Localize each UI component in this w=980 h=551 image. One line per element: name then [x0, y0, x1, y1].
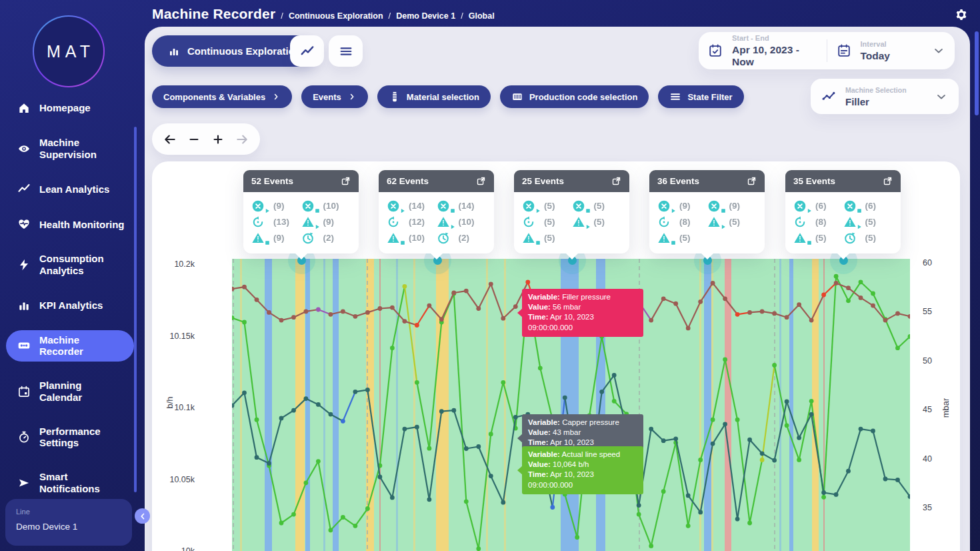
main-panel: Continuous Exploration Start - End Apr 1…	[145, 27, 970, 551]
components-variables-label: Components & Variables	[163, 92, 265, 102]
right-axis-tick: 35	[923, 503, 949, 512]
event-type-count: (10)	[301, 199, 351, 213]
event-popover-body: (14) (14) (12) (10) (10) (2)	[379, 192, 494, 253]
sidebar-item-smart-notifications[interactable]: Smart Notifications	[0, 467, 145, 498]
event-type-count: (9)	[707, 199, 757, 213]
event-type-count: (8)	[793, 215, 843, 229]
interval-label: Interval	[861, 40, 891, 48]
trend-view-button[interactable]	[290, 35, 324, 67]
warning-event-icon	[793, 231, 807, 245]
settings-gear-icon[interactable]	[955, 8, 968, 21]
error-event-icon	[251, 199, 265, 213]
sidebar-item-machine-supervision[interactable]: Machine Supervision	[0, 133, 145, 164]
restore-event-icon	[251, 215, 265, 229]
list-view-button[interactable]	[329, 35, 363, 67]
date-range-card: Start - End Apr 10, 2023 - Now Interval …	[699, 32, 955, 69]
event-popover-52-events: 52 Events (9) (10) (13) (9) (9)	[243, 170, 359, 253]
square-badge-icon	[449, 207, 456, 214]
sidebar-item-planning-calendar[interactable]: Planning Calendar	[0, 376, 145, 407]
external-link-icon[interactable]	[747, 176, 757, 186]
event-popover-header: 52 Events	[243, 170, 359, 192]
sidebar-item-homepage[interactable]: Homepage	[0, 97, 145, 119]
event-type-count: (10)	[437, 215, 487, 229]
material-selection-button[interactable]: Material selection	[377, 85, 491, 108]
state-filter-button[interactable]: State Filter	[658, 85, 743, 108]
event-count: (2)	[323, 233, 335, 243]
sidebar: MAT Homepage Machine Supervision Lean An…	[0, 0, 145, 551]
menu-icon	[669, 91, 681, 103]
event-type-count: (6)	[793, 199, 843, 213]
production-code-selection-button[interactable]: Production code selection	[500, 85, 649, 108]
interval-field[interactable]: Interval Today	[827, 32, 955, 69]
left-axis-tick: 10.2k	[157, 259, 195, 269]
event-count: (10)	[409, 233, 425, 243]
right-axis-unit: mbar	[941, 394, 951, 423]
sidebar-item-label: Performance Settings	[39, 426, 125, 449]
right-axis-tick: 55	[923, 307, 949, 316]
chevron-down-icon[interactable]	[932, 44, 945, 57]
machine-selection-value: Filler	[845, 96, 907, 107]
event-count: (2)	[459, 233, 470, 243]
event-count: (6)	[865, 201, 877, 211]
event-popover-header: 36 Events	[649, 170, 765, 192]
page-scrollbar-thumb[interactable]	[975, 31, 979, 115]
breadcrumb-item-global[interactable]: Global	[469, 11, 495, 21]
event-popover-body: (9) (10) (13) (9) (9) (2)	[243, 192, 359, 253]
external-link-icon[interactable]	[611, 176, 621, 186]
event-count: (5)	[594, 217, 605, 227]
sidebar-nav: Homepage Machine Supervision Lean Analyt…	[0, 97, 145, 534]
trend-icon	[300, 44, 315, 59]
event-count: (13)	[273, 217, 289, 227]
sidebar-item-lean-analytics[interactable]: Lean Analytics	[0, 178, 145, 199]
bolt-icon	[17, 258, 31, 271]
breadcrumb-item-continuous-exploration[interactable]: Continuous Exploration	[289, 11, 383, 21]
pan-back-button[interactable]	[163, 133, 177, 146]
sidebar-scrollbar[interactable]	[134, 127, 137, 492]
stopwatch-icon	[17, 430, 31, 444]
date-range-value: Apr 10, 2023 - Now	[732, 44, 817, 68]
pan-forward-button[interactable]	[235, 133, 249, 146]
warning-event-icon	[843, 215, 857, 229]
chart-card: 52 Events (9) (10) (13) (9) (9)	[152, 161, 960, 551]
zoom-out-button[interactable]	[187, 133, 201, 146]
event-count: (5)	[729, 217, 741, 227]
sidebar-item-consumption-analytics[interactable]: Consumption Analytics	[0, 249, 145, 280]
components-variables-button[interactable]: Components & Variables	[152, 85, 292, 108]
breadcrumb-item-demo-device[interactable]: Demo Device 1	[396, 11, 455, 21]
state-filter-label: State Filter	[687, 92, 732, 102]
event-count: (5)	[544, 233, 555, 243]
chevron-down-icon[interactable]	[935, 90, 948, 103]
sidebar-item-label: Machine Recorder	[39, 334, 125, 358]
events-label: Events	[313, 92, 341, 102]
event-count-title: 36 Events	[657, 176, 699, 186]
event-count: (5)	[594, 201, 605, 211]
error-event-icon	[572, 199, 585, 213]
external-link-icon[interactable]	[476, 176, 486, 186]
device-card[interactable]: Line Demo Device 1	[5, 499, 132, 546]
event-count: (14)	[409, 201, 425, 211]
events-button[interactable]: Events	[301, 85, 368, 108]
production-code-label: Production code selection	[529, 92, 638, 102]
event-count: (9)	[323, 217, 335, 227]
date-range-field[interactable]: Start - End Apr 10, 2023 - Now	[699, 32, 827, 69]
sidebar-item-machine-recorder[interactable]: Machine Recorder	[6, 330, 134, 362]
machine-selection-field[interactable]: Machine Selection Filler	[811, 79, 959, 114]
sidebar-item-kpi-analytics[interactable]: KPI Analytics	[0, 295, 145, 316]
sidebar-item-health-monitoring[interactable]: Health Monitoring	[0, 213, 145, 235]
zoom-in-button[interactable]	[211, 133, 225, 146]
restore-event-icon	[793, 215, 807, 229]
warning-event-icon	[657, 231, 671, 245]
event-type-count: (5)	[657, 231, 707, 245]
external-link-icon[interactable]	[883, 176, 893, 186]
square-badge-icon	[720, 207, 727, 214]
warning-event-icon	[301, 215, 315, 229]
clockr-event-icon	[843, 231, 857, 245]
event-count: (12)	[409, 217, 425, 227]
event-count: (9)	[273, 201, 285, 211]
external-link-icon[interactable]	[341, 176, 351, 186]
sidebar-collapse-button[interactable]	[135, 508, 150, 524]
sidebar-item-performance-settings[interactable]: Performance Settings	[0, 422, 145, 453]
grid-icon	[511, 91, 523, 103]
menu-icon	[339, 44, 353, 59]
calendar-icon	[17, 385, 31, 398]
